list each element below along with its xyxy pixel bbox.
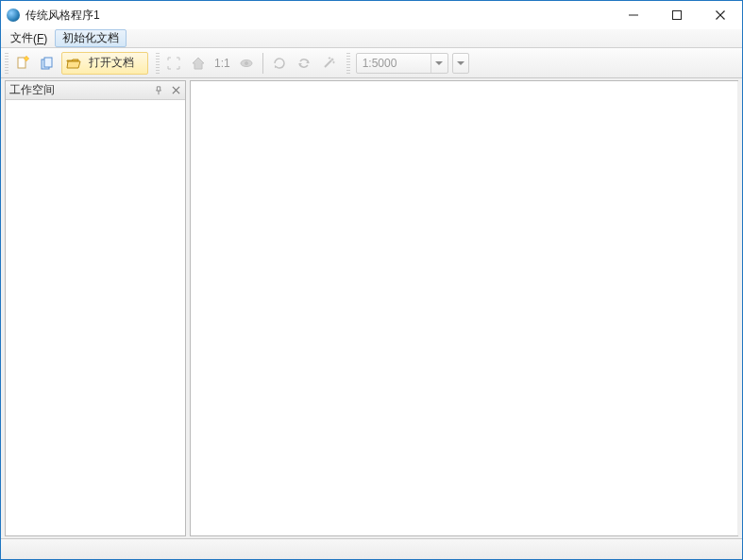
copy-document-icon	[40, 56, 55, 71]
close-icon	[172, 86, 180, 94]
minimize-button[interactable]	[612, 1, 655, 29]
ratio-1-1-button[interactable]: 1:1	[211, 57, 234, 70]
svg-rect-1	[673, 11, 682, 20]
folder-open-icon	[66, 56, 81, 71]
svg-rect-4	[18, 58, 25, 68]
scale-combo-arrow[interactable]	[431, 54, 447, 73]
panel-pin-button[interactable]	[151, 83, 166, 98]
eye-toggle-button[interactable]	[235, 52, 258, 75]
copy-document-button[interactable]	[36, 52, 59, 75]
svg-point-5	[25, 56, 28, 59]
open-document-label: 打开文档	[89, 55, 134, 71]
chevron-down-icon	[435, 61, 443, 65]
svg-point-16	[332, 61, 333, 62]
body-area: 工作空间	[1, 78, 742, 538]
workspace-tree[interactable]	[6, 100, 185, 535]
menu-file[interactable]: 文件(F)	[3, 29, 55, 47]
new-document-icon	[15, 56, 30, 71]
refresh-button[interactable]	[268, 52, 291, 75]
close-button[interactable]	[699, 1, 742, 29]
titlebar: 传统风格程序1	[1, 1, 742, 29]
sync-button[interactable]	[293, 52, 315, 75]
magic-wand-button[interactable]	[317, 52, 340, 75]
app-icon	[7, 8, 20, 22]
workspace-panel-title: 工作空间	[9, 82, 149, 98]
menu-init-document[interactable]: 初始化文档	[55, 29, 127, 47]
open-document-button[interactable]: 打开文档	[61, 52, 148, 75]
magic-wand-icon	[321, 56, 336, 71]
statusbar	[1, 538, 742, 559]
sync-icon	[296, 56, 312, 71]
fit-extent-icon	[166, 56, 181, 71]
toolbar-grip-2[interactable]	[156, 53, 160, 74]
minimize-icon	[628, 9, 639, 21]
new-document-button[interactable]	[11, 52, 34, 75]
window-controls	[612, 1, 742, 29]
menu-init-document-label: 初始化文档	[62, 30, 119, 46]
menu-file-label: 文件	[10, 30, 33, 46]
toolbar-separator	[262, 53, 263, 74]
toolbar: 打开文档 1:1	[1, 48, 742, 78]
home-icon	[191, 56, 206, 71]
panel-close-button[interactable]	[168, 83, 183, 98]
maximize-icon	[671, 9, 683, 21]
vertical-scrollbar[interactable]	[737, 81, 740, 535]
svg-point-17	[329, 57, 329, 58]
menubar: 文件(F) 初始化文档	[1, 29, 742, 48]
home-button[interactable]	[187, 52, 210, 75]
svg-point-13	[245, 61, 247, 64]
window-title: 传统风格程序1	[25, 8, 100, 24]
workspace-panel: 工作空间	[5, 80, 186, 536]
toolbar-overflow-button[interactable]	[452, 53, 469, 74]
pin-icon	[154, 86, 163, 95]
refresh-icon	[272, 56, 287, 71]
close-icon	[715, 9, 726, 21]
fit-extent-button[interactable]	[162, 52, 185, 75]
map-canvas[interactable]	[190, 80, 738, 536]
menu-file-accel: F	[37, 32, 43, 45]
svg-point-15	[331, 59, 333, 60]
scale-combo[interactable]: 1:5000	[356, 53, 448, 74]
svg-rect-11	[44, 58, 52, 67]
workspace-panel-header: 工作空间	[6, 81, 185, 100]
chevron-down-icon	[457, 61, 464, 65]
app-window: 传统风格程序1 文件(F) 初始化文档	[0, 0, 743, 560]
maximize-button[interactable]	[655, 1, 699, 29]
toolbar-grip-3[interactable]	[346, 53, 350, 74]
eye-icon	[239, 56, 254, 71]
scale-value: 1:5000	[357, 54, 431, 73]
svg-line-14	[325, 60, 331, 67]
toolbar-grip[interactable]	[5, 53, 8, 74]
